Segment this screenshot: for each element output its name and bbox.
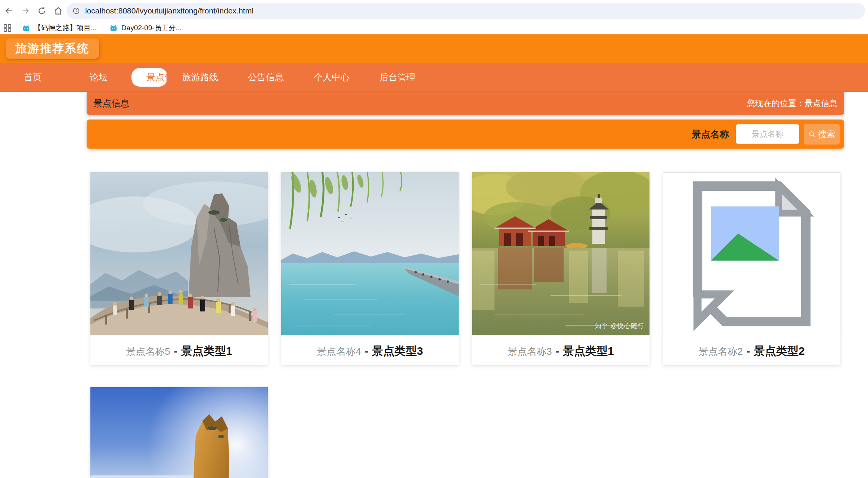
nav-item-routes[interactable]: 旅游路线 xyxy=(182,71,218,83)
bilibili-icon xyxy=(109,24,118,32)
scenic-card[interactable]: 景点名称5 - 景点类型1 xyxy=(90,172,268,365)
scenic-card[interactable]: 知乎 @悦心随行 景点名称3 - 景点类型1 xyxy=(472,172,650,365)
scenic-card-grid: 景点名称5 - 景点类型1 xyxy=(87,172,844,478)
search-button[interactable]: 搜索 xyxy=(804,124,840,145)
caption-separator: - xyxy=(365,345,368,357)
scenic-type: 景点类型2 xyxy=(754,344,805,359)
page-content: 景点信息 您现在的位置：景点信息 景点名称 搜索 xyxy=(87,92,844,478)
search-label: 景点名称 xyxy=(692,128,729,140)
bookmark-item[interactable]: Day02-09-员工分... xyxy=(109,23,182,33)
scenic-type: 景点类型1 xyxy=(563,344,614,359)
bookmarks-bar: 【码神之路】项目... Day02-09-员工分... xyxy=(0,22,868,34)
browser-toolbar: localhost:8080/lvyoutuijianxitong/front/… xyxy=(0,0,868,22)
nav-item-personal-center[interactable]: 个人中心 xyxy=(314,71,350,83)
search-input[interactable] xyxy=(736,124,799,144)
caption-separator: - xyxy=(174,345,177,357)
nav-item-home[interactable]: 首页 xyxy=(15,71,51,83)
refresh-icon[interactable] xyxy=(34,3,50,19)
scenic-name: 景点名称2 xyxy=(698,345,743,358)
card-caption: 景点名称3 - 景点类型1 xyxy=(472,335,650,365)
site-brand: 旅游推荐系统 xyxy=(6,38,99,59)
main-nav: 首页 论坛 景点信息 旅游路线 公告信息 个人中心 后台管理 xyxy=(0,63,868,92)
scenic-card[interactable]: 景点名称2 - 景点类型2 xyxy=(663,172,840,365)
info-icon[interactable] xyxy=(72,7,80,15)
nav-item-forum[interactable]: 论坛 xyxy=(81,71,117,83)
scenic-name: 景点名称3 xyxy=(508,345,552,358)
broken-image-icon xyxy=(663,173,840,335)
breadcrumb: 景点信息 您现在的位置：景点信息 xyxy=(87,92,844,115)
bookmark-item[interactable]: 【码神之路】项目... xyxy=(22,23,97,33)
scenic-type: 景点类型3 xyxy=(372,344,423,359)
card-caption: 景点名称4 - 景点类型3 xyxy=(281,335,459,365)
bookmark-label: Day02-09-员工分... xyxy=(121,23,182,33)
caption-separator: - xyxy=(747,345,750,357)
scenic-card[interactable] xyxy=(90,387,268,478)
search-icon xyxy=(808,130,816,138)
page-title: 景点信息 xyxy=(93,97,129,109)
nav-item-scenic-info[interactable]: 景点信息 xyxy=(131,68,167,87)
search-button-label: 搜索 xyxy=(818,128,836,140)
browser-chrome: localhost:8080/lvyoutuijianxitong/front/… xyxy=(0,0,868,34)
back-icon[interactable] xyxy=(1,3,17,19)
site-header: 旅游推荐系统 xyxy=(0,34,868,63)
scenic-image-park-boathouse[interactable]: 知乎 @悦心随行 xyxy=(472,172,650,335)
bookmarks-separator xyxy=(16,24,16,32)
scenic-name: 景点名称4 xyxy=(317,345,361,358)
apps-grid-icon[interactable] xyxy=(3,24,12,32)
bookmark-label: 【码神之路】项目... xyxy=(34,23,97,33)
card-caption: 景点名称5 - 景点类型1 xyxy=(90,335,268,365)
url-bar[interactable]: localhost:8080/lvyoutuijianxitong/front/… xyxy=(66,3,865,19)
breadcrumb-location: 您现在的位置：景点信息 xyxy=(747,98,837,109)
scenic-image-broken[interactable] xyxy=(663,172,840,335)
home-icon[interactable] xyxy=(50,3,66,19)
caption-separator: - xyxy=(556,345,559,357)
scenic-card[interactable]: 景点名称4 - 景点类型3 xyxy=(281,172,459,365)
scenic-image-golden-peak[interactable] xyxy=(90,387,268,478)
image-watermark: 知乎 @悦心随行 xyxy=(595,322,644,330)
nav-item-admin[interactable]: 后台管理 xyxy=(379,71,415,83)
url-text: localhost:8080/lvyoutuijianxitong/front/… xyxy=(85,6,254,15)
nav-item-announcements[interactable]: 公告信息 xyxy=(248,71,284,83)
scenic-image-lake-willows[interactable] xyxy=(281,172,459,335)
scenic-image-mountain-summit[interactable] xyxy=(90,172,268,335)
forward-icon[interactable] xyxy=(17,3,34,19)
search-bar: 景点名称 搜索 xyxy=(87,120,844,149)
scenic-name: 景点名称5 xyxy=(126,345,170,358)
bilibili-icon xyxy=(22,24,30,32)
card-caption: 景点名称2 - 景点类型2 xyxy=(663,335,840,365)
scenic-type: 景点类型1 xyxy=(181,344,232,359)
